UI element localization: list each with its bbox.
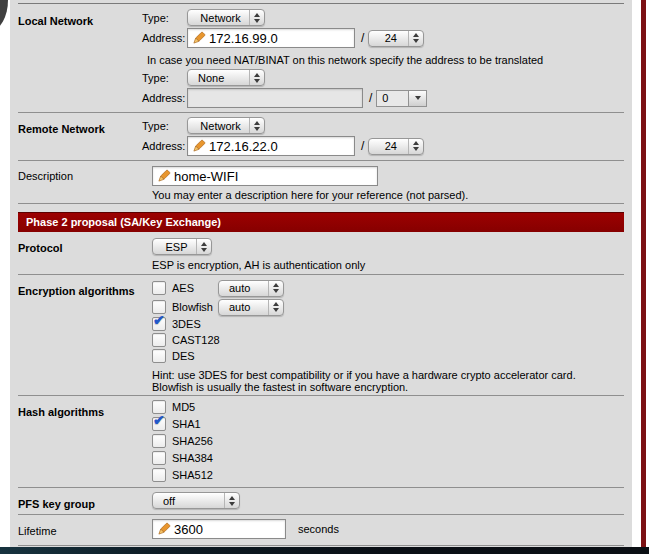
window-corner-decoration	[0, 0, 8, 30]
des-checkbox[interactable]	[152, 349, 166, 363]
pencil-icon	[191, 139, 206, 154]
protocol-select[interactable]: ESP	[152, 238, 212, 255]
encryption-option-3des: 3DES	[152, 317, 624, 331]
stepper-icon	[249, 118, 264, 133]
encryption-option-cast128: CAST128	[152, 333, 624, 347]
aes-keylen-select[interactable]: auto	[218, 280, 284, 297]
lifetime-label: Lifetime	[18, 519, 142, 539]
description-note: You may enter a description here for you…	[152, 189, 624, 201]
hash-option-sha256: SHA256	[152, 434, 624, 448]
des-label: DES	[172, 350, 195, 362]
stepper-icon	[408, 31, 423, 46]
encryption-option-blowfish: Blowfish auto	[152, 298, 624, 316]
remote-type-select[interactable]: Network	[187, 117, 265, 134]
local-type-select[interactable]: Network	[187, 9, 265, 26]
bottom-window-edge	[0, 547, 649, 554]
row-pfs-key-group: PFS key group off	[18, 488, 624, 515]
stepper-icon	[408, 139, 423, 154]
row-lifetime: Lifetime 3600 seconds	[18, 515, 624, 546]
lifetime-input[interactable]: 3600	[152, 519, 286, 539]
remote-address-input[interactable]: 172.16.22.0	[187, 136, 355, 156]
sha384-label: SHA384	[172, 452, 213, 464]
encryption-option-aes: AES auto	[152, 279, 624, 297]
stepper-icon	[268, 300, 283, 315]
protocol-note: ESP is encryption, AH is authentication …	[152, 259, 624, 271]
hash-option-sha512: SHA512	[152, 468, 624, 482]
3des-checkbox[interactable]	[152, 317, 166, 331]
row-hash-algorithms: Hash algorithms MD5 SHA1 SHA256 SHA384	[18, 396, 624, 488]
nat-address-label: Address:	[142, 92, 187, 104]
prefix-separator: /	[369, 91, 372, 105]
nat-binat-note: In case you need NAT/BINAT on this netwo…	[147, 54, 624, 66]
cast128-checkbox[interactable]	[152, 333, 166, 347]
row-local-network: Local Network Type: Network Address: 172…	[18, 4, 624, 113]
page-right-border	[641, 0, 646, 547]
hash-option-sha384: SHA384	[152, 451, 624, 465]
sha1-label: SHA1	[172, 418, 201, 430]
sha512-checkbox[interactable]	[152, 468, 166, 482]
nat-type-select[interactable]: None	[187, 69, 265, 86]
pfs-select[interactable]: off	[152, 492, 240, 509]
description-input[interactable]: home-WIFI	[152, 166, 378, 186]
dropdown-arrow-icon	[408, 91, 426, 106]
nat-prefix-select[interactable]: 0	[376, 90, 427, 107]
stepper-icon	[249, 70, 264, 85]
row-remote-network: Remote Network Type: Network Address: 17…	[18, 113, 624, 161]
3des-label: 3DES	[172, 318, 201, 330]
row-encryption-algorithms: Encryption algorithms AES auto Blowfish …	[18, 275, 624, 396]
cast128-label: CAST128	[172, 334, 220, 346]
pencil-icon	[191, 31, 206, 46]
aes-checkbox[interactable]	[152, 281, 166, 295]
nat-type-label: Type:	[142, 72, 187, 84]
ipsec-phase2-form: Local Network Type: Network Address: 172…	[10, 0, 632, 548]
encryption-option-des: DES	[152, 349, 624, 363]
pfs-label: PFS key group	[18, 492, 142, 510]
md5-label: MD5	[172, 401, 195, 413]
remote-network-label: Remote Network	[18, 117, 142, 159]
nat-address-input[interactable]	[187, 88, 363, 108]
lifetime-unit-label: seconds	[298, 523, 339, 535]
stepper-icon	[224, 493, 239, 508]
pencil-icon	[156, 522, 171, 537]
encryption-hint: Hint: use 3DES for best compatibility or…	[152, 369, 614, 393]
aes-label: AES	[172, 282, 218, 294]
sha1-checkbox[interactable]	[152, 417, 166, 431]
remote-address-label: Address:	[142, 140, 187, 152]
stepper-icon	[268, 281, 283, 296]
encryption-label: Encryption algorithms	[18, 279, 142, 393]
hash-option-md5: MD5	[152, 400, 624, 414]
protocol-label: Protocol	[18, 236, 142, 271]
stepper-icon	[249, 10, 264, 25]
sha256-checkbox[interactable]	[152, 434, 166, 448]
sha256-label: SHA256	[172, 435, 213, 447]
remote-type-label: Type:	[142, 120, 187, 132]
prefix-separator: /	[361, 31, 364, 45]
local-address-input[interactable]: 172.16.99.0	[187, 28, 355, 48]
phase2-section-header: Phase 2 proposal (SA/Key Exchange)	[18, 212, 624, 232]
stepper-icon	[196, 239, 211, 254]
row-description: Description home-WIFI You may enter a de…	[18, 161, 624, 204]
local-prefix-select[interactable]: 24	[368, 30, 424, 47]
sha384-checkbox[interactable]	[152, 451, 166, 465]
pencil-icon	[156, 169, 171, 184]
local-network-label: Local Network	[18, 9, 142, 111]
local-address-label: Address:	[142, 32, 187, 44]
row-protocol: Protocol ESP ESP is encryption, AH is au…	[18, 232, 624, 275]
local-type-label: Type:	[142, 12, 187, 24]
description-label: Description	[18, 164, 142, 201]
hash-option-sha1: SHA1	[152, 417, 624, 431]
remote-prefix-select[interactable]: 24	[368, 138, 424, 155]
blowfish-keylen-select[interactable]: auto	[218, 299, 284, 316]
hash-label: Hash algorithms	[18, 400, 142, 485]
prefix-separator: /	[361, 139, 364, 153]
sha512-label: SHA512	[172, 469, 213, 481]
blowfish-label: Blowfish	[172, 301, 218, 313]
